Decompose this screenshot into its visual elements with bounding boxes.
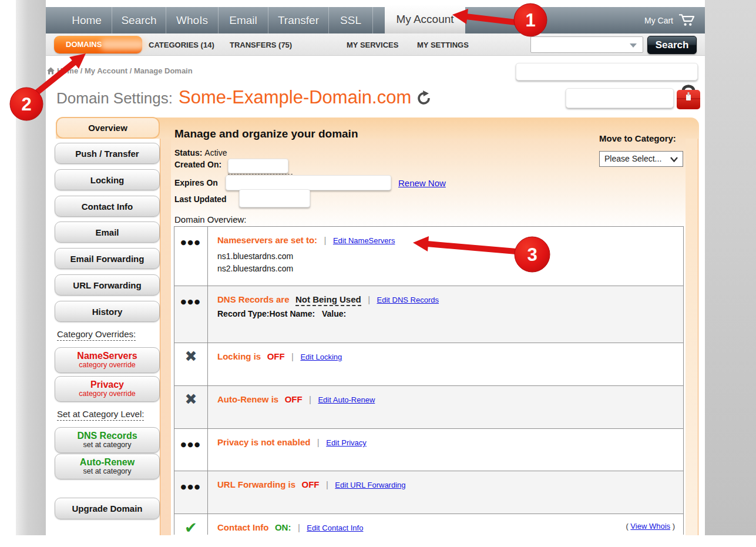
panel-left-border xyxy=(160,139,171,535)
tab-transfer[interactable]: Transfer xyxy=(268,7,329,33)
edit-locking-link[interactable]: Edit Locking xyxy=(300,353,342,361)
tab-ssl[interactable]: SSL xyxy=(329,7,373,33)
refresh-icon[interactable] xyxy=(417,90,431,108)
domain-name: Some-Example-Domain.com xyxy=(179,87,411,108)
sidebar-item-overview[interactable]: Overview xyxy=(56,117,160,139)
search-scope-dropdown[interactable] xyxy=(530,36,643,53)
override-subtitle: category override xyxy=(79,390,136,398)
table-row-nameservers: ●●● Nameservers are set to: | Edit NameS… xyxy=(174,227,683,286)
override-title: NameServers xyxy=(77,351,137,361)
nameserver-2: ns2.bluestardns.com xyxy=(217,263,674,275)
page-gutter-left xyxy=(16,0,46,535)
tab-search[interactable]: Search xyxy=(112,7,166,33)
table-row-locking: ✖ Locking is OFF | Edit Locking xyxy=(174,343,683,386)
domain-overview-table: ●●● Nameservers are set to: | Edit NameS… xyxy=(174,226,684,535)
edit-url-forwarding-link[interactable]: Edit URL Forwarding xyxy=(335,481,405,489)
expires-on-label: Expires On xyxy=(174,178,218,187)
sidebar-item-locking[interactable]: Locking xyxy=(55,169,160,190)
row-title: URL Forwarding is xyxy=(217,479,295,489)
separator: | xyxy=(298,522,300,532)
redacted-created-date xyxy=(228,159,288,173)
sidebar-item-dns-records-category[interactable]: DNS Records set at category xyxy=(55,427,160,453)
created-on-label: Created On: xyxy=(174,160,221,169)
sidebar-item-contact-info[interactable]: Contact Info xyxy=(55,196,160,217)
dots-icon: ●●● xyxy=(181,298,201,343)
separator: | xyxy=(317,437,320,447)
move-to-category-label: Move to Category: xyxy=(599,133,676,143)
search-button[interactable]: Search xyxy=(647,36,697,54)
chevron-down-icon xyxy=(630,43,637,48)
subnav-item-categories[interactable]: CATEGORIES (14) xyxy=(149,41,214,49)
dashed-underline xyxy=(228,174,293,174)
redaction-blur xyxy=(100,39,146,50)
check-icon: ✔ xyxy=(184,519,197,535)
page-title-prefix: Domain Settings: xyxy=(56,89,173,108)
row-title: Privacy is not enabled xyxy=(217,437,310,447)
category-title: DNS Records xyxy=(77,431,137,441)
panel-right-border xyxy=(686,139,698,535)
edit-contact-info-link[interactable]: Edit Contact Info xyxy=(307,523,363,532)
override-title: Privacy xyxy=(90,380,124,390)
upgrade-domain-button[interactable]: Upgrade Domain xyxy=(55,498,160,519)
row-title: Nameservers are set to: xyxy=(217,235,317,245)
sidebar-item-auto-renew-category[interactable]: Auto-Renew set at category xyxy=(55,454,160,479)
tab-whois[interactable]: WhoIs xyxy=(166,7,219,33)
view-whois-link[interactable]: View Whois xyxy=(630,522,670,531)
sidebar-item-history[interactable]: History xyxy=(55,301,160,322)
dots-icon: ●●● xyxy=(181,441,201,471)
subnav-item-my-services[interactable]: MY SERVICES xyxy=(347,41,398,49)
row-status: OFF xyxy=(302,479,320,489)
sidebar-item-email-forwarding[interactable]: Email Forwarding xyxy=(55,248,160,269)
status-line: Status: Active xyxy=(174,148,227,157)
edit-auto-renew-link[interactable]: Edit Auto-Renew xyxy=(318,395,375,404)
row-status: OFF xyxy=(267,351,285,361)
table-row-privacy: ●●● Privacy is not enabled | Edit Privac… xyxy=(174,429,683,471)
my-cart-button[interactable]: My Cart xyxy=(644,7,695,33)
move-to-category-select[interactable]: Please Select... xyxy=(599,151,683,167)
table-row-url-forwarding: ●●● URL Forwarding is OFF | Edit URL For… xyxy=(174,471,683,514)
edit-privacy-link[interactable]: Edit Privacy xyxy=(326,438,367,447)
table-row-auto-renew: ✖ Auto-Renew is OFF | Edit Auto-Renew xyxy=(174,386,683,429)
override-subtitle: category override xyxy=(79,361,136,369)
home-icon xyxy=(47,66,55,77)
row-title: DNS Records are xyxy=(217,294,290,304)
nameserver-1: ns1.bluestardns.com xyxy=(217,250,674,263)
last-updated-label: Last Updated xyxy=(174,194,227,204)
sub-navigation: DOMAINS CATEGORIES (14) TRANSFERS (75) M… xyxy=(46,33,705,56)
chevron-down-icon xyxy=(670,157,678,162)
sidebar-item-push-transfer[interactable]: Push / Transfer xyxy=(55,143,160,164)
sidebar-item-email[interactable]: Email xyxy=(55,222,160,243)
redacted-expiry-date xyxy=(226,175,391,190)
sidebar-item-nameservers-override[interactable]: NameServers category override xyxy=(55,347,160,373)
created-on-line: Created On: xyxy=(174,160,221,169)
expires-on-line: Expires On xyxy=(174,178,218,187)
renew-now-link[interactable]: Renew Now xyxy=(398,178,446,188)
separator: | xyxy=(291,351,294,361)
domains-label: DOMAINS xyxy=(66,40,102,49)
status-label: Status: xyxy=(174,148,202,157)
cross-icon: ✖ xyxy=(185,391,197,428)
tab-home[interactable]: Home xyxy=(62,7,112,33)
row-title: Locking is xyxy=(217,351,261,361)
dns-record-headers: Record Type:Host Name: Value: xyxy=(217,309,674,318)
section-heading: Manage and organize your domain xyxy=(174,127,358,140)
cart-icon xyxy=(678,13,695,28)
subnav-item-my-settings[interactable]: MY SETTINGS xyxy=(417,41,469,49)
set-at-category-heading: Set at Category Level: xyxy=(57,409,144,421)
subnav-item-transfers[interactable]: TRANSFERS (75) xyxy=(230,41,292,49)
select-value: Please Select... xyxy=(604,154,661,163)
page-gutter-right xyxy=(705,0,756,535)
row-status: Not Being Used xyxy=(295,294,361,306)
redacted-field xyxy=(516,63,698,80)
edit-dns-records-link[interactable]: Edit DNS Records xyxy=(377,296,439,304)
separator: | xyxy=(368,294,370,304)
toolbox-icon[interactable] xyxy=(675,82,702,115)
tab-email[interactable]: Email xyxy=(219,7,268,33)
breadcrumb[interactable]: Home / My Account / Manage Domain xyxy=(57,66,193,75)
row-status: ON: xyxy=(275,522,291,532)
sidebar-item-privacy-override[interactable]: Privacy category override xyxy=(55,376,160,402)
subnav-item-domains[interactable]: DOMAINS xyxy=(54,36,142,53)
sidebar-item-url-forwarding[interactable]: URL Forwarding xyxy=(55,274,160,296)
edit-nameservers-link[interactable]: Edit NameServers xyxy=(333,236,395,245)
tab-my-account[interactable]: My Account xyxy=(385,5,465,33)
